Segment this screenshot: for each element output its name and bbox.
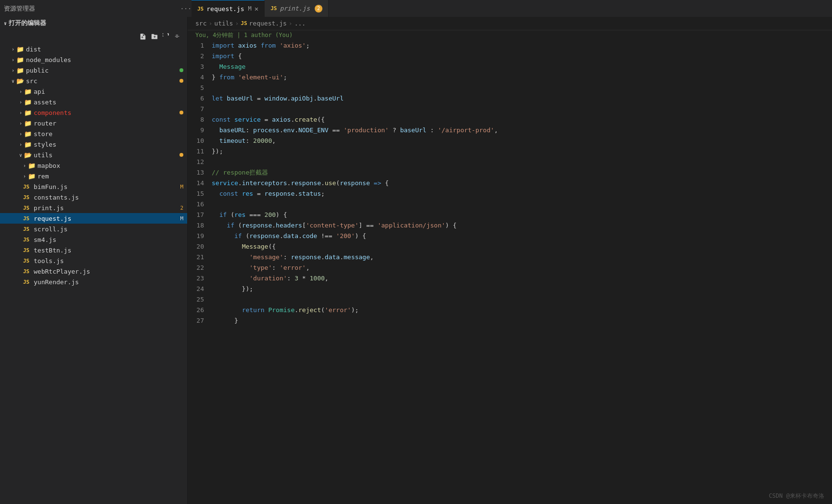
- tree-item-assets[interactable]: › 📁 assets: [0, 97, 187, 107]
- chevron-down-icon: ∨: [19, 152, 22, 158]
- code-line-6: 6 let baseUrl = window.apiObj.baseUrl: [188, 93, 832, 104]
- collapse-icon[interactable]: [174, 33, 181, 40]
- badge-bimfun: M: [180, 184, 183, 190]
- tree-item-testbtnjs[interactable]: JS testBtn.js: [0, 245, 187, 255]
- tree-item-src[interactable]: ∨ 📂 src: [0, 76, 187, 86]
- tree-item-components[interactable]: › 📁 components: [0, 107, 187, 118]
- tab-bar: JS request.js M ✕ JS print.js 2: [192, 0, 828, 17]
- code-line-24: 24 });: [188, 284, 832, 294]
- line-content-17: if (res === 200) {: [212, 210, 832, 220]
- tab-label-print: print.js: [280, 5, 310, 12]
- title-bar: 资源管理器 ··· JS request.js M ✕ JS print.js …: [0, 0, 832, 17]
- tree-item-public[interactable]: › 📁 public: [0, 65, 187, 76]
- js-file-icon-request: JS: [23, 215, 32, 222]
- code-line-4: 4 } from 'element-ui';: [188, 72, 832, 83]
- folder-icon-rem: 📁: [28, 173, 36, 180]
- line-num-23: 23: [188, 273, 212, 284]
- line-num-5: 5: [188, 83, 212, 93]
- code-line-2: 2 import {: [188, 51, 832, 62]
- line-num-24: 24: [188, 284, 212, 294]
- line-num-1: 1: [188, 40, 212, 51]
- tree-item-bimfun[interactable]: JS bimFun.js M: [0, 181, 187, 192]
- label-bimfun: bimFun.js: [34, 183, 180, 190]
- label-api: api: [34, 88, 183, 95]
- code-line-11: 11 });: [188, 146, 832, 157]
- line-content-10: timeout: 20000,: [212, 136, 832, 146]
- tree-item-constants[interactable]: JS constants.js: [0, 192, 187, 202]
- label-scrolljs: scroll.js: [34, 226, 183, 233]
- chevron-right-icon: ›: [12, 57, 14, 63]
- code-line-5: 5: [188, 83, 832, 93]
- code-line-12: 12: [188, 157, 832, 167]
- label-printjs: print.js: [34, 204, 180, 212]
- line-num-3: 3: [188, 62, 212, 72]
- line-content-4: } from 'element-ui';: [212, 72, 832, 83]
- line-num-13: 13: [188, 167, 212, 178]
- tree-item-rem[interactable]: › 📁 rem: [0, 171, 187, 181]
- line-content-24: });: [212, 284, 832, 294]
- open-editors-section[interactable]: ∨ 打开的编辑器: [0, 17, 187, 29]
- code-line-8: 8 const service = axios.create({: [188, 114, 832, 125]
- code-line-18: 18 if (response.headers['content-type'] …: [188, 220, 832, 231]
- line-content-22: 'type': 'error',: [212, 263, 832, 273]
- js-file-icon-webrtc: JS: [23, 268, 32, 275]
- breadcrumb-ellipsis: ...: [294, 20, 306, 27]
- line-content-14: service.interceptors.response.use(respon…: [212, 178, 832, 189]
- label-webrtcjs: webRtcPlayer.js: [34, 268, 183, 275]
- line-content-6: let baseUrl = window.apiObj.baseUrl: [212, 93, 832, 104]
- label-dist: dist: [26, 46, 183, 53]
- label-components: components: [34, 109, 178, 116]
- folder-icon-components: 📁: [24, 109, 32, 116]
- tab-close-request[interactable]: ✕: [255, 5, 258, 13]
- js-file-icon-print: JS: [23, 205, 32, 211]
- code-line-10: 10 timeout: 20000,: [188, 136, 832, 146]
- label-constants: constants.js: [34, 194, 183, 201]
- line-content-26: return Promise.reject('error');: [212, 305, 832, 315]
- title-ellipsis[interactable]: ···: [180, 5, 192, 12]
- label-src: src: [26, 77, 178, 85]
- folder-icon-api: 📁: [24, 88, 32, 95]
- js-file-icon-constants: JS: [23, 194, 32, 201]
- js-file-icon-testbtn: JS: [23, 247, 32, 253]
- tree-item-node_modules[interactable]: › 📁 node_modules: [0, 54, 187, 65]
- code-editor[interactable]: 1 import axios from 'axios'; 2 import { …: [188, 40, 832, 504]
- folder-icon-public: 📁: [16, 67, 24, 74]
- tree-item-router[interactable]: › 📁 router: [0, 118, 187, 128]
- code-line-14: 14 service.interceptors.response.use(res…: [188, 178, 832, 189]
- sidebar-toolbar: [0, 29, 187, 44]
- tree-item-sm4js[interactable]: JS sm4.js: [0, 234, 187, 245]
- code-line-27: 27 }: [188, 315, 832, 326]
- sidebar-header-area: 资源管理器 ···: [4, 4, 192, 13]
- tree-item-mapbox[interactable]: › 📁 mapbox: [0, 160, 187, 171]
- code-line-19: 19 if (response.data.code !== '200') {: [188, 231, 832, 241]
- new-file-icon[interactable]: [139, 33, 147, 40]
- breadcrumb-utils: utils: [214, 20, 233, 27]
- tree-item-styles[interactable]: › 📁 styles: [0, 139, 187, 150]
- tree-item-api[interactable]: › 📁 api: [0, 86, 187, 97]
- code-line-9: 9 baseURL: process.env.NODE_ENV == 'prod…: [188, 125, 832, 136]
- refresh-icon[interactable]: [162, 33, 170, 40]
- js-file-icon-scroll: JS: [23, 226, 32, 232]
- tree-item-toolsjs[interactable]: JS tools.js: [0, 255, 187, 266]
- folder-icon-utils: 📂: [24, 151, 32, 159]
- line-num-11: 11: [188, 146, 212, 157]
- tree-item-dist[interactable]: › 📁 dist: [0, 44, 187, 54]
- new-folder-icon[interactable]: [151, 33, 158, 40]
- tree-item-utils[interactable]: ∨ 📂 utils: [0, 150, 187, 160]
- tree-item-requestjs[interactable]: JS request.js M: [0, 213, 187, 224]
- breadcrumb-js-icon: JS: [241, 20, 247, 26]
- tab-request-js[interactable]: JS request.js M ✕: [192, 0, 265, 17]
- line-content-11: });: [212, 146, 832, 157]
- tree-item-store[interactable]: › 📁 store: [0, 128, 187, 139]
- label-testbtnjs: testBtn.js: [34, 247, 183, 254]
- code-line-23: 23 'duration': 3 * 1000,: [188, 273, 832, 284]
- tree-item-webrtcjs[interactable]: JS webRtcPlayer.js: [0, 266, 187, 277]
- chevron-down-icon: ∨: [12, 78, 14, 84]
- chevron-right-icon: ›: [19, 142, 22, 147]
- tab-print-js[interactable]: JS print.js 2: [265, 0, 329, 17]
- tree-item-yunrenderjs[interactable]: JS yunRender.js: [0, 277, 187, 287]
- line-num-16: 16: [188, 199, 212, 210]
- line-content-3: Message: [212, 62, 832, 72]
- tree-item-printjs[interactable]: JS print.js 2: [0, 202, 187, 213]
- tree-item-scrolljs[interactable]: JS scroll.js: [0, 224, 187, 234]
